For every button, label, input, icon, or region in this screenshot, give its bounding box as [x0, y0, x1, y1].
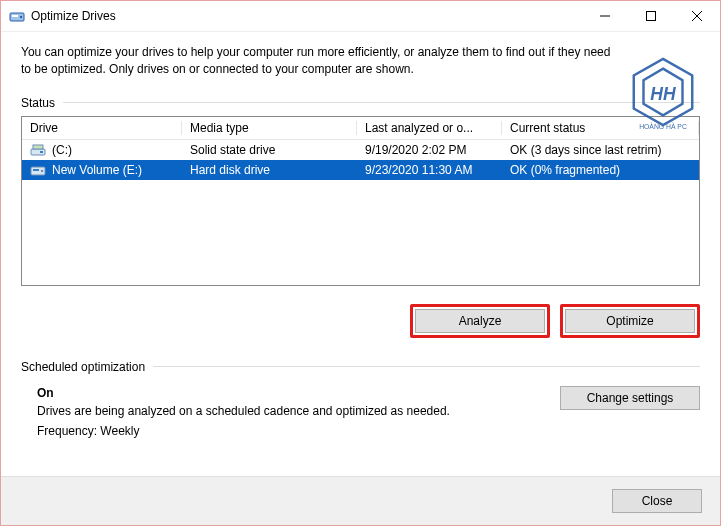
last-analyzed: 9/23/2020 11:30 AM — [357, 163, 502, 177]
titlebar: Optimize Drives — [1, 1, 720, 32]
analyze-button[interactable]: Analyze — [415, 309, 545, 333]
table-row[interactable]: New Volume (E:) Hard disk drive 9/23/202… — [22, 160, 699, 180]
maximize-button[interactable] — [628, 1, 674, 31]
col-status[interactable]: Current status — [502, 121, 699, 135]
schedule-frequency: Frequency: Weekly — [37, 424, 560, 438]
schedule-group-header: Scheduled optimization — [21, 360, 700, 374]
svg-rect-9 — [40, 151, 43, 153]
schedule-desc: Drives are being analyzed on a scheduled… — [37, 404, 560, 418]
svg-point-12 — [41, 169, 43, 171]
app-icon — [9, 8, 25, 24]
scheduled-optimization-section: Scheduled optimization On Drives are bei… — [21, 360, 700, 438]
window-title: Optimize Drives — [31, 9, 116, 23]
drive-hdd-icon — [30, 163, 46, 177]
svg-rect-8 — [33, 145, 43, 149]
status-group-header: Status — [21, 96, 700, 110]
content-area: You can optimize your drives to help you… — [1, 32, 720, 438]
status-label: Status — [21, 96, 55, 110]
listview-header: Drive Media type Last analyzed or o... C… — [22, 117, 699, 140]
media-type: Solid state drive — [182, 143, 357, 157]
minimize-button[interactable] — [582, 1, 628, 31]
close-button[interactable]: Close — [612, 489, 702, 513]
optimize-drives-window: Optimize Drives You can optimize your dr… — [0, 0, 721, 526]
svg-point-2 — [20, 16, 22, 18]
col-media[interactable]: Media type — [182, 121, 357, 135]
drives-listview[interactable]: Drive Media type Last analyzed or o... C… — [21, 116, 700, 286]
highlight-box: Analyze — [410, 304, 550, 338]
close-window-button[interactable] — [674, 1, 720, 31]
dialog-footer: Close — [1, 476, 720, 525]
optimize-button[interactable]: Optimize — [565, 309, 695, 333]
listview-body: (C:) Solid state drive 9/19/2020 2:02 PM… — [22, 140, 699, 180]
media-type: Hard disk drive — [182, 163, 357, 177]
schedule-state: On — [37, 386, 560, 400]
drive-name: (C:) — [52, 143, 72, 157]
current-status: OK (0% fragmented) — [502, 163, 699, 177]
highlight-box: Optimize — [560, 304, 700, 338]
schedule-label: Scheduled optimization — [21, 360, 145, 374]
drive-name: New Volume (E:) — [52, 163, 142, 177]
change-settings-button[interactable]: Change settings — [560, 386, 700, 410]
intro-text: You can optimize your drives to help you… — [21, 44, 621, 78]
current-status: OK (3 days since last retrim) — [502, 143, 699, 157]
col-drive[interactable]: Drive — [22, 121, 182, 135]
drive-c-icon — [30, 143, 46, 157]
action-button-row: Analyze Optimize — [21, 304, 700, 338]
col-last[interactable]: Last analyzed or o... — [357, 121, 502, 135]
svg-rect-1 — [12, 15, 18, 17]
last-analyzed: 9/19/2020 2:02 PM — [357, 143, 502, 157]
svg-rect-4 — [647, 12, 656, 21]
svg-rect-11 — [33, 169, 39, 171]
table-row[interactable]: (C:) Solid state drive 9/19/2020 2:02 PM… — [22, 140, 699, 160]
